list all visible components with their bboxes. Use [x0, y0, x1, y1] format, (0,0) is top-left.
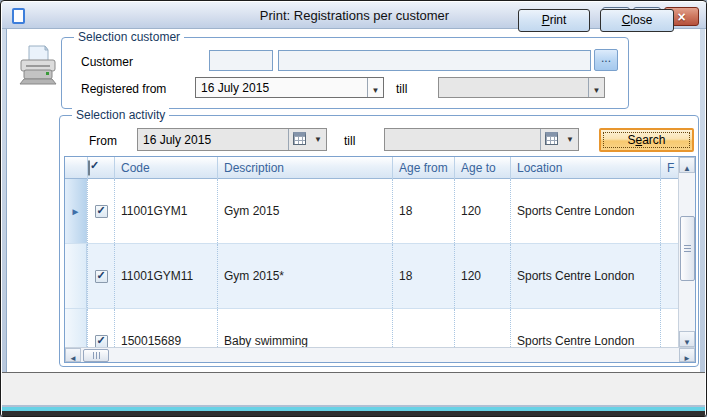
table-row[interactable]: ✓ 150015689 Baby swimming Sports Centre …	[65, 309, 678, 347]
footer-bar	[2, 373, 705, 405]
scroll-up-button[interactable]: ▲	[679, 157, 695, 173]
activity-till-datepicker-button[interactable]: ▼	[540, 129, 578, 150]
horizontal-scrollbar[interactable]: ◄ ►	[65, 347, 695, 362]
cell-clipped	[660, 244, 678, 308]
cell-description: Gym 2015*	[217, 244, 392, 308]
column-header-age-to[interactable]: Age to	[454, 157, 510, 179]
customer-name-field[interactable]	[278, 50, 591, 71]
cell-description: Gym 2015	[217, 179, 392, 243]
table-header-row: ✓ Code Description Age from Age to Locat…	[65, 157, 678, 179]
cell-age-to	[454, 309, 510, 347]
registered-from-label: Registered from	[81, 82, 166, 96]
row-checkbox[interactable]: ✓	[95, 335, 108, 348]
cell-location: Sports Centre London	[510, 244, 660, 308]
chevron-down-icon: ▼	[314, 135, 322, 144]
horizontal-scrollbar-thumb[interactable]	[83, 349, 109, 362]
printer-icon	[15, 43, 61, 95]
cell-clipped	[660, 179, 678, 243]
vertical-scrollbar-thumb[interactable]	[680, 216, 695, 281]
cell-code: 11001GYM1	[114, 179, 217, 243]
registered-from-field[interactable]: 16 July 2015 ▼	[195, 77, 384, 98]
customer-code-field[interactable]	[209, 50, 273, 71]
column-header-age-from[interactable]: Age from	[392, 157, 454, 179]
header-selector-cell	[65, 157, 87, 179]
activity-till-date-field[interactable]: ▼	[384, 128, 579, 151]
registered-till-label: till	[396, 82, 407, 96]
calendar-icon	[293, 132, 306, 145]
chevron-down-icon: ▼	[593, 86, 601, 95]
calendar-icon	[545, 132, 558, 145]
cell-clipped	[660, 309, 678, 347]
cell-location: Sports Centre London	[510, 309, 660, 347]
chevron-down-icon: ▼	[566, 135, 574, 144]
row-selector-cell[interactable]	[65, 309, 87, 347]
registered-till-dropdown-button[interactable]: ▼	[588, 78, 604, 97]
cell-description: Baby swimming	[217, 309, 392, 347]
registered-till-field[interactable]: ▼	[438, 77, 605, 98]
activity-from-label: From	[89, 134, 117, 148]
row-checkbox[interactable]: ✓	[95, 205, 108, 218]
cell-age-from: 18	[392, 244, 454, 308]
arrow-left-icon: ◄	[69, 354, 77, 363]
table-row[interactable]: ✓ 11001GYM11 Gym 2015* 18 120 Sports Cen…	[65, 244, 678, 309]
row-checkbox[interactable]: ✓	[95, 270, 108, 283]
activity-from-datepicker-button[interactable]: ▼	[288, 129, 326, 150]
activity-from-date-field[interactable]: 16 July 2015 ▼	[137, 128, 327, 151]
arrow-up-icon: ▲	[683, 164, 691, 173]
search-button-focus: Search	[603, 132, 690, 148]
activity-till-label: till	[344, 134, 355, 148]
cell-age-to: 120	[454, 244, 510, 308]
vertical-scrollbar[interactable]: ▲ ▼	[678, 157, 695, 347]
scroll-right-button[interactable]: ►	[679, 348, 695, 362]
print-button[interactable]: Print	[518, 9, 590, 32]
activity-table: ✓ Code Description Age from Age to Locat…	[64, 156, 696, 363]
column-header-code[interactable]: Code	[114, 157, 217, 179]
scroll-down-button[interactable]: ▼	[679, 331, 695, 347]
cell-code: 150015689	[114, 309, 217, 347]
cell-age-from	[392, 309, 454, 347]
arrow-down-icon: ▼	[683, 338, 691, 347]
row-selector-cell[interactable]	[65, 244, 87, 308]
arrow-right-icon: ►	[683, 354, 691, 363]
selection-activity-legend: Selection activity	[72, 108, 169, 122]
close-icon: ×	[677, 9, 685, 25]
cell-code: 11001GYM11	[114, 244, 217, 308]
search-button[interactable]: Search	[599, 128, 694, 152]
close-button[interactable]: Close	[600, 9, 674, 32]
window-frame-bottom	[2, 411, 705, 417]
selection-customer-legend: Selection customer	[74, 30, 184, 44]
ellipsis-icon: ...	[601, 51, 611, 65]
scroll-left-button[interactable]: ◄	[65, 348, 81, 362]
row-selector-cell[interactable]: ►	[65, 179, 87, 243]
column-header-description[interactable]: Description	[217, 157, 392, 179]
registered-from-dropdown-button[interactable]: ▼	[367, 78, 383, 97]
customer-label: Customer	[81, 55, 133, 69]
checkbox-icon: ✓	[88, 160, 90, 176]
cell-age-from: 18	[392, 179, 454, 243]
cell-age-to: 120	[454, 179, 510, 243]
selection-customer-group: Selection customer	[61, 37, 629, 109]
column-header-clipped[interactable]: F	[660, 157, 678, 179]
column-header-location[interactable]: Location	[510, 157, 660, 179]
select-all-checkbox[interactable]: ✓	[87, 157, 114, 179]
table-row[interactable]: ► ✓ 11001GYM1 Gym 2015 18 120 Sports Cen…	[65, 179, 678, 244]
customer-browse-button[interactable]: ...	[594, 49, 618, 71]
current-row-pointer-icon: ►	[71, 206, 81, 217]
print-dialog-window: Print: Registrations per customer × Sele…	[0, 0, 707, 417]
cell-location: Sports Centre London	[510, 179, 660, 243]
chevron-down-icon: ▼	[372, 86, 380, 95]
table-body: ► ✓ 11001GYM1 Gym 2015 18 120 Sports Cen…	[65, 179, 678, 347]
